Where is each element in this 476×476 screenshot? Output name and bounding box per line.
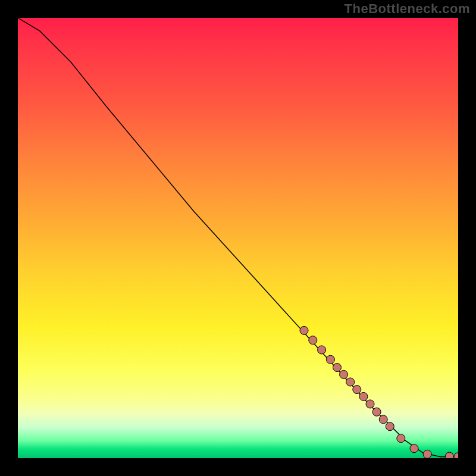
data-point [454,453,458,458]
watermark-text: TheBottleneck.com [345,1,470,17]
data-point [346,378,355,386]
data-point [366,400,374,408]
data-point [445,452,453,458]
data-point [340,370,348,378]
data-point [353,386,361,394]
curve-svg [18,18,458,458]
data-point [397,434,405,443]
data-point [300,326,308,334]
chart-stage: TheBottleneck.com [0,0,476,476]
data-point [423,450,431,458]
data-point [410,444,418,453]
data-point [386,422,394,431]
data-point [333,364,342,372]
data-point [309,336,317,345]
data-point [318,346,326,354]
bottleneck-curve [18,18,458,457]
plot-area [18,18,458,458]
data-markers [300,326,458,458]
data-point [359,392,368,400]
data-point [379,415,387,424]
data-point [372,408,381,416]
data-point [326,355,334,364]
